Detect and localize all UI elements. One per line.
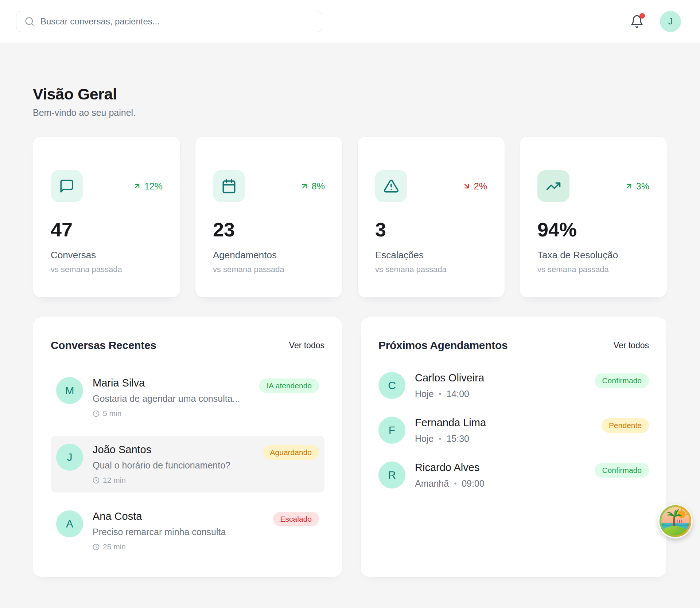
chat-bubble-icon	[51, 170, 83, 202]
dot-separator: •	[454, 479, 456, 488]
conversations-see-all-link[interactable]: Ver todos	[289, 341, 324, 350]
stat-sublabel: vs semana passada	[537, 265, 649, 274]
contact-name: Ana Costa	[93, 510, 264, 522]
stat-sublabel: vs semana passada	[51, 265, 163, 274]
conversation-row-maria[interactable]: M Maria Silva Gostaria de agendar uma co…	[51, 369, 324, 426]
upcoming-appointments-panel: Próximos Agendamentos Ver todos C Carlos…	[361, 317, 667, 577]
conversations-title: Conversas Recentes	[51, 339, 156, 352]
trend-value: 12%	[144, 181, 163, 192]
appointment-row-carlos[interactable]: C Carlos Oliveira Hoje • 14:00 Confirmad…	[378, 372, 649, 399]
time-ago: 12 min	[103, 476, 126, 485]
search-icon	[24, 16, 35, 27]
appointment-row-fernanda[interactable]: F Fernanda Lima Hoje • 15:30 Pendente	[378, 417, 649, 444]
trending-up-icon	[537, 170, 569, 202]
search-box[interactable]	[16, 11, 322, 32]
trend-indicator: 3%	[625, 181, 649, 192]
appointment-time: 14:00	[446, 389, 469, 399]
stat-label: Agendamentos	[213, 250, 325, 261]
arrow-down-right-icon	[462, 182, 471, 191]
stat-card-escalacoes: 2% 3 Escalações vs semana passada	[357, 136, 505, 298]
notification-dot	[639, 13, 645, 19]
recent-conversations-panel: Conversas Recentes Ver todos M Maria Sil…	[33, 317, 342, 577]
appointment-time: 09:00	[462, 478, 485, 489]
search-input[interactable]	[40, 16, 314, 27]
avatar: C	[378, 372, 405, 399]
contact-name: Maria Silva	[93, 377, 250, 389]
appointment-day: Amanhã	[415, 478, 449, 489]
status-badge: Escalado	[273, 512, 319, 526]
user-avatar[interactable]: J	[660, 11, 681, 32]
avatar: M	[56, 377, 83, 404]
patient-name: Ricardo Alves	[415, 462, 585, 474]
notifications-button[interactable]	[630, 15, 644, 28]
main-content: Visão Geral Bem-vindo ao seu painel. 12%…	[0, 85, 700, 577]
stat-value: 3	[375, 218, 487, 241]
conversation-row-joao[interactable]: J João Santos Qual o horário de funciona…	[51, 436, 324, 493]
conversations-list: M Maria Silva Gostaria de agendar uma co…	[51, 369, 324, 559]
appointments-see-all-link[interactable]: Ver todos	[614, 341, 649, 350]
trend-indicator: 2%	[462, 181, 487, 192]
stat-label: Conversas	[51, 250, 163, 261]
stat-sublabel: vs semana passada	[375, 265, 487, 274]
stat-label: Escalações	[375, 250, 487, 261]
trend-value: 8%	[312, 181, 325, 192]
time-ago: 25 min	[103, 542, 126, 551]
appointments-title: Próximos Agendamentos	[378, 339, 508, 352]
patient-name: Carlos Oliveira	[415, 372, 585, 384]
contact-name: João Santos	[93, 444, 253, 456]
status-badge: Confirmado	[595, 373, 649, 388]
stat-value: 23	[213, 218, 325, 241]
arrow-up-right-icon	[625, 182, 633, 191]
time-ago: 5 min	[103, 409, 121, 418]
status-badge: Pendente	[602, 418, 649, 433]
clock-icon	[93, 477, 100, 484]
last-message: Qual o horário de funcionamento?	[93, 460, 253, 471]
topbar: J	[0, 0, 700, 43]
panels-row: Conversas Recentes Ver todos M Maria Sil…	[33, 317, 667, 577]
clock-icon	[93, 544, 100, 550]
alert-triangle-icon	[375, 170, 407, 202]
stat-label: Taxa de Resolução	[537, 250, 649, 261]
conversation-row-ana[interactable]: A Ana Costa Preciso remarcar minha consu…	[51, 502, 324, 559]
arrow-up-right-icon	[133, 182, 141, 191]
stat-value: 94%	[537, 218, 649, 241]
appointment-row-ricardo[interactable]: R Ricardo Alves Amanhã • 09:00 Confirmad…	[378, 462, 649, 489]
appointments-list: C Carlos Oliveira Hoje • 14:00 Confirmad…	[378, 372, 649, 489]
island-sticker-button[interactable]	[658, 504, 693, 538]
calendar-icon	[213, 170, 245, 202]
appointment-time: 15:30	[446, 434, 469, 444]
dot-separator: •	[439, 435, 441, 443]
avatar: A	[56, 510, 83, 537]
status-badge: Aguardando	[263, 445, 319, 460]
trend-value: 2%	[474, 181, 487, 192]
stat-card-conversas: 12% 47 Conversas vs semana passada	[33, 136, 180, 298]
trend-value: 3%	[636, 181, 649, 192]
status-badge: IA atendendo	[259, 378, 319, 393]
stat-card-taxa-resolucao: 3% 94% Taxa de Resolução vs semana passa…	[520, 136, 667, 298]
appointment-day: Hoje	[415, 389, 433, 399]
trend-indicator: 12%	[133, 181, 163, 192]
dot-separator: •	[439, 390, 441, 398]
trend-indicator: 8%	[300, 181, 325, 192]
stats-row: 12% 47 Conversas vs semana passada 8% 23…	[33, 136, 667, 298]
status-badge: Confirmado	[595, 463, 649, 478]
page-subtitle: Bem-vindo ao seu painel.	[33, 107, 667, 118]
arrow-up-right-icon	[300, 182, 309, 191]
appointment-day: Hoje	[415, 434, 433, 444]
last-message: Preciso remarcar minha consulta	[93, 527, 264, 537]
stat-card-agendamentos: 8% 23 Agendamentos vs semana passada	[195, 136, 343, 298]
page-title: Visão Geral	[33, 85, 667, 103]
clock-icon	[93, 410, 100, 417]
patient-name: Fernanda Lima	[415, 417, 592, 429]
avatar: F	[378, 417, 405, 444]
stat-value: 47	[51, 218, 163, 241]
last-message: Gostaria de agendar uma consulta...	[93, 393, 250, 404]
avatar: J	[56, 444, 83, 471]
avatar: R	[378, 462, 405, 489]
stat-sublabel: vs semana passada	[213, 265, 325, 274]
